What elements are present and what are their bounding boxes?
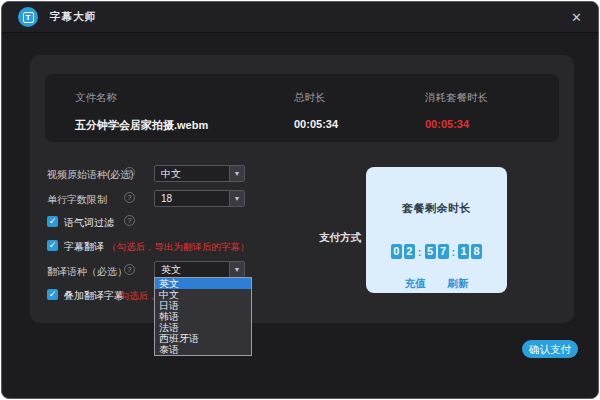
app-logo-letter: T bbox=[23, 12, 34, 23]
chevron-down-icon: ▼ bbox=[229, 191, 244, 206]
source-language-value: 中文 bbox=[155, 167, 229, 181]
package-card: 套餐剩余时长 02:57:18 充值 刷新 bbox=[366, 167, 507, 293]
overlay-subtitle-checkbox[interactable]: ✓ bbox=[47, 289, 58, 300]
target-language-select[interactable]: 英文 ▼ bbox=[154, 261, 245, 278]
target-language-label: 翻译语种（必选） bbox=[47, 265, 127, 279]
titlebar: T 字幕大师 ✕ bbox=[2, 2, 598, 33]
dropdown-option[interactable]: 西班牙语 bbox=[155, 333, 251, 344]
dropdown-option[interactable]: 英文 bbox=[155, 278, 251, 289]
filler-filter-label: 语气词过滤 bbox=[64, 216, 114, 230]
line-limit-select[interactable]: 18 ▼ bbox=[154, 190, 245, 207]
file-name-column-header: 文件名称 bbox=[75, 91, 208, 105]
dropdown-option[interactable]: 中文 bbox=[155, 289, 251, 300]
close-icon[interactable]: ✕ bbox=[571, 11, 582, 24]
remaining-time-display: 02:57:18 bbox=[366, 244, 507, 259]
overlay-subtitle-note: （勾选后， bbox=[110, 290, 158, 303]
dropdown-option[interactable]: 法语 bbox=[155, 322, 251, 333]
source-language-label: 视频原始语种(必选) bbox=[47, 168, 134, 182]
target-language-value: 英文 bbox=[155, 263, 229, 277]
line-limit-label: 单行字数限制 bbox=[47, 193, 107, 207]
time-digit: 1 bbox=[458, 244, 469, 259]
time-digit: 7 bbox=[438, 244, 449, 259]
consumed-duration-value: 00:05:34 bbox=[425, 118, 488, 130]
app-logo-icon: T bbox=[18, 7, 38, 27]
confirm-payment-button[interactable]: 确认支付 bbox=[522, 340, 578, 358]
chevron-down-icon: ▼ bbox=[229, 166, 244, 181]
filler-filter-help-icon[interactable]: ? bbox=[124, 215, 135, 226]
recharge-link[interactable]: 充值 bbox=[405, 277, 426, 291]
chevron-down-icon: ▼ bbox=[229, 262, 244, 277]
app-window: T 字幕大师 ✕ 文件名称 五分钟学会居家拍摄.webm 总时长 00:05:3… bbox=[1, 1, 599, 399]
refresh-link[interactable]: 刷新 bbox=[448, 277, 469, 291]
package-card-title: 套餐剩余时长 bbox=[366, 201, 507, 216]
subtitle-translate-note: （勾选后，导出为翻译后的字幕） bbox=[107, 241, 250, 254]
target-language-help-icon[interactable]: ? bbox=[124, 264, 135, 275]
line-limit-help-icon[interactable]: ? bbox=[124, 192, 135, 203]
time-colon: : bbox=[452, 246, 456, 258]
time-digit: 0 bbox=[391, 244, 402, 259]
time-digit: 8 bbox=[471, 244, 482, 259]
app-title: 字幕大师 bbox=[50, 10, 96, 24]
dropdown-option[interactable]: 韩语 bbox=[155, 311, 251, 322]
line-limit-value: 18 bbox=[155, 193, 229, 204]
subtitle-translate-checkbox[interactable]: ✓ bbox=[47, 240, 58, 251]
total-duration-column-header: 总时长 bbox=[294, 91, 338, 105]
time-digit: 2 bbox=[404, 244, 415, 259]
consumed-duration-column-header: 消耗套餐时长 bbox=[425, 91, 488, 105]
time-digit: 5 bbox=[425, 244, 436, 259]
payment-method-label: 支付方式 bbox=[319, 231, 361, 245]
file-info-box: 文件名称 五分钟学会居家拍摄.webm 总时长 00:05:34 消耗套餐时长 … bbox=[45, 74, 559, 142]
total-duration-value: 00:05:34 bbox=[294, 118, 338, 130]
filler-filter-checkbox[interactable]: ✓ bbox=[47, 216, 58, 227]
file-name-value: 五分钟学会居家拍摄.webm bbox=[75, 118, 208, 133]
source-language-select[interactable]: 中文 ▼ bbox=[154, 165, 245, 182]
language-dropdown-list: 英文中文日语韩语法语西班牙语泰语 bbox=[154, 277, 252, 356]
source-language-help-icon[interactable]: ? bbox=[124, 167, 135, 178]
dropdown-option[interactable]: 日语 bbox=[155, 300, 251, 311]
dropdown-option[interactable]: 泰语 bbox=[155, 344, 251, 355]
time-colon: : bbox=[418, 246, 422, 258]
subtitle-translate-label: 字幕翻译 bbox=[64, 240, 104, 254]
